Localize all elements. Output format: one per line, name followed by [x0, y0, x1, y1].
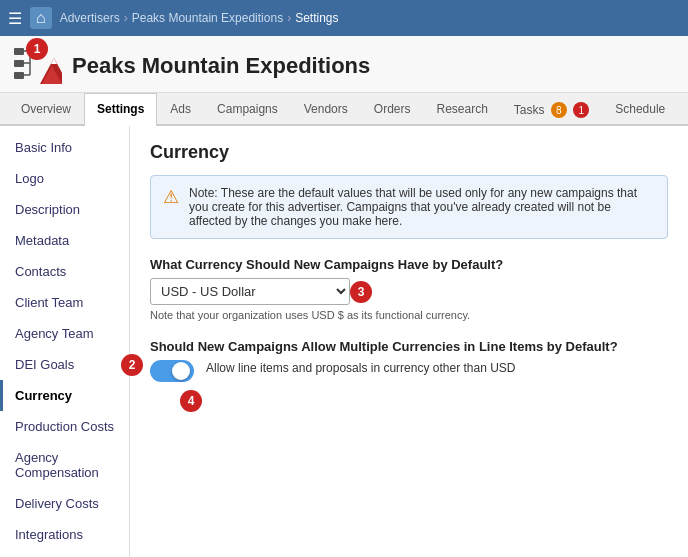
tab-research[interactable]: Research — [423, 93, 500, 126]
tab-orders[interactable]: Orders — [361, 93, 424, 126]
sidebar-item-basic-info[interactable]: Basic Info — [0, 132, 129, 163]
content-area: Currency ⚠ Note: These are the default v… — [130, 126, 688, 557]
breadcrumb-current: Settings — [295, 11, 338, 25]
toggle-row: Allow line items and proposals in curren… — [150, 360, 668, 382]
currency-select[interactable]: USD - US Dollar EUR - Euro GBP - British… — [150, 278, 350, 305]
content-title: Currency — [150, 142, 668, 163]
menu-icon[interactable]: ☰ — [8, 9, 22, 28]
company-logo: 1 — [12, 46, 62, 86]
annotation-1: 1 — [26, 38, 48, 60]
annotation-3: 3 — [350, 281, 372, 303]
breadcrumb-advertisers[interactable]: Advertisers — [60, 11, 120, 25]
sidebar-item-logo[interactable]: Logo — [0, 163, 129, 194]
toggle-thumb — [172, 362, 190, 380]
tab-campaigns[interactable]: Campaigns — [204, 93, 291, 126]
tab-settings[interactable]: Settings — [84, 93, 157, 126]
home-icon[interactable]: ⌂ — [30, 7, 52, 29]
multicurrency-section: Should New Campaigns Allow Multiple Curr… — [150, 339, 668, 382]
annotation-2: 2 — [121, 354, 143, 376]
sidebar-item-client-team[interactable]: Client Team — [0, 287, 129, 318]
multicurrency-label: Should New Campaigns Allow Multiple Curr… — [150, 339, 668, 354]
svg-rect-2 — [14, 72, 24, 79]
toggle-label: Allow line items and proposals in curren… — [206, 360, 515, 377]
svg-rect-0 — [14, 48, 24, 55]
sidebar: Basic Info Logo Description Metadata Con… — [0, 126, 130, 557]
svg-rect-1 — [14, 60, 24, 67]
sidebar-item-contacts[interactable]: Contacts — [0, 256, 129, 287]
sidebar-item-money-columns[interactable]: Money Columns — [0, 550, 129, 557]
sidebar-item-agency-team[interactable]: Agency Team — [0, 318, 129, 349]
note-box: ⚠ Note: These are the default values tha… — [150, 175, 668, 239]
breadcrumb: Advertisers › Peaks Mountain Expeditions… — [60, 11, 339, 25]
currency-section: What Currency Should New Campaigns Have … — [150, 257, 668, 321]
sidebar-item-production-costs[interactable]: Production Costs — [0, 411, 129, 442]
tasks-badge-red: 1 — [573, 102, 589, 118]
sidebar-item-agency-compensation[interactable]: Agency Compensation — [0, 442, 129, 488]
sidebar-item-description[interactable]: Description — [0, 194, 129, 225]
sidebar-item-metadata[interactable]: Metadata — [0, 225, 129, 256]
annotation-4: 4 — [180, 390, 202, 412]
sidebar-item-currency[interactable]: Currency — [0, 380, 129, 411]
multicurrency-toggle[interactable] — [150, 360, 194, 382]
warning-icon: ⚠ — [163, 186, 179, 228]
tab-tasks[interactable]: Tasks 8 1 — [501, 93, 602, 126]
page-header: 1 Peaks Mountain Expeditions — [0, 36, 688, 93]
breadcrumb-peaks[interactable]: Peaks Mountain Expeditions — [132, 11, 283, 25]
breadcrumb-sep-2: › — [287, 11, 291, 25]
svg-marker-9 — [51, 58, 57, 64]
tab-vendors[interactable]: Vendors — [291, 93, 361, 126]
page-title: Peaks Mountain Expeditions — [72, 53, 370, 79]
top-bar: ☰ ⌂ Advertisers › Peaks Mountain Expedit… — [0, 0, 688, 36]
tab-bar: Overview Settings Ads Campaigns Vendors … — [0, 93, 688, 126]
main-layout: Basic Info Logo Description Metadata Con… — [0, 126, 688, 557]
tab-flowchart[interactable]: Flowchart — [678, 93, 688, 126]
currency-sublabel: Note that your organization uses USD $ a… — [150, 309, 668, 321]
tasks-badge-orange: 8 — [551, 102, 567, 118]
currency-label: What Currency Should New Campaigns Have … — [150, 257, 668, 272]
sidebar-item-integrations[interactable]: Integrations — [0, 519, 129, 550]
tab-overview[interactable]: Overview — [8, 93, 84, 126]
breadcrumb-sep-1: › — [124, 11, 128, 25]
tab-schedule[interactable]: Schedule — [602, 93, 678, 126]
tab-ads[interactable]: Ads — [157, 93, 204, 126]
sidebar-item-delivery-costs[interactable]: Delivery Costs — [0, 488, 129, 519]
sidebar-item-dei-goals[interactable]: DEI Goals 2 — [0, 349, 129, 380]
note-text: Note: These are the default values that … — [189, 186, 655, 228]
